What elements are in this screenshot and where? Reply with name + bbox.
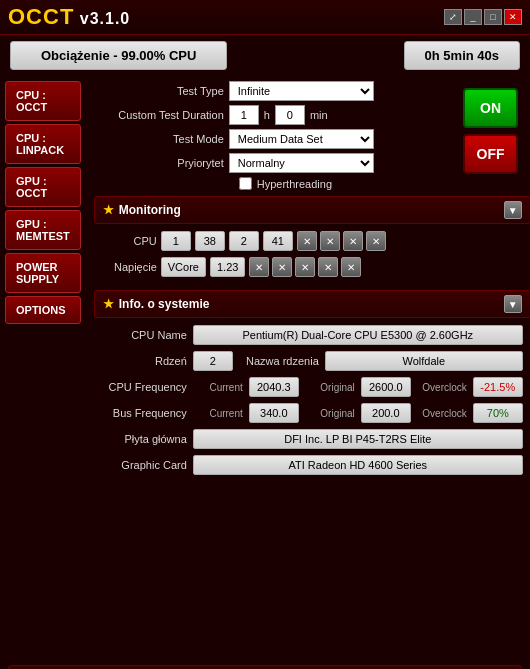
bus-freq-current-value: 340.0 xyxy=(249,403,299,423)
status-bar: Obciążenie - 99.00% CPU 0h 5min 40s xyxy=(0,35,530,76)
rdzen-value: 2 xyxy=(193,351,233,371)
cpu-load-display: Obciążenie - 99.00% CPU xyxy=(10,41,227,70)
custom-duration-label: Custom Test Duration xyxy=(94,109,224,121)
voltage-close-btn-4[interactable]: ✕ xyxy=(318,257,338,277)
sysinfo-chevron-icon[interactable]: ▼ xyxy=(504,295,522,313)
hyperthreading-label: Hyperthreading xyxy=(257,178,332,190)
maximize-btn[interactable]: □ xyxy=(484,9,502,25)
sysinfo-star-icon: ★ xyxy=(103,297,114,311)
bus-freq-row: Bus Frequency Current 340.0 Original 200… xyxy=(94,400,530,426)
logo-version: v3.1.0 xyxy=(74,10,130,27)
vcore-label: VCore xyxy=(161,257,206,277)
off-button[interactable]: OFF xyxy=(463,134,518,174)
duration-hours-input[interactable] xyxy=(229,105,259,125)
sysinfo-content: CPU Name Pentium(R) Dual-Core CPU E5300 … xyxy=(94,318,530,482)
monitoring-chevron-icon[interactable]: ▼ xyxy=(504,201,522,219)
test-type-select[interactable]: Infinite xyxy=(229,81,374,101)
app-logo: OCCT v3.1.0 xyxy=(8,4,130,30)
bus-freq-overclock-value: 70% xyxy=(473,403,523,423)
graphic-card-row: Graphic Card ATI Radeon HD 4600 Series xyxy=(94,452,530,478)
sidebar-item-options[interactable]: OPTIONS xyxy=(5,296,81,324)
sidebar-item-power-supply[interactable]: POWER SUPPLY xyxy=(5,253,81,293)
elapsed-time-display: 0h 5min 40s xyxy=(404,41,520,70)
cpu-close-btn-4[interactable]: ✕ xyxy=(366,231,386,251)
voltage-monitor-row: Napięcie VCore 1.23 ✕ ✕ ✕ ✕ ✕ xyxy=(94,254,530,280)
cpu-name-row: CPU Name Pentium(R) Dual-Core CPU E5300 … xyxy=(94,322,530,348)
sidebar-item-gpu-occt[interactable]: GPU : OCCT xyxy=(5,167,81,207)
cpu-name-label: CPU Name xyxy=(102,329,187,341)
priority-select[interactable]: Normalny xyxy=(229,153,374,173)
sysinfo-header-left: ★ Info. o systemie xyxy=(103,297,210,311)
monitoring-content: CPU 1 38 2 41 ✕ ✕ ✕ ✕ Nap xyxy=(94,224,530,284)
rdzen-nazwa-label: Nazwa rdzenia xyxy=(239,355,319,367)
cpu-freq-overclock-label: Overclock xyxy=(417,382,467,393)
voltage-close-btn-5[interactable]: ✕ xyxy=(341,257,361,277)
minimize-btn[interactable]: _ xyxy=(464,9,482,25)
motherboard-label: Płyta główna xyxy=(102,433,187,445)
cpu-core1-label: 1 xyxy=(161,231,191,251)
close-btn[interactable]: ✕ xyxy=(504,9,522,25)
cpu-freq-overclock-value: -21.5% xyxy=(473,377,523,397)
hyperthreading-row: Hyperthreading xyxy=(239,177,530,190)
sidebar-item-cpu-linpack[interactable]: CPU : LINPACK xyxy=(5,124,81,164)
cpu-core2-label: 2 xyxy=(229,231,259,251)
toggle-buttons: ON OFF xyxy=(463,88,518,174)
monitoring-section: ★ Monitoring ▼ CPU 1 38 2 41 ✕ xyxy=(94,196,530,284)
hyperthreading-checkbox[interactable] xyxy=(239,177,252,190)
voltage-x-buttons: ✕ ✕ ✕ ✕ ✕ xyxy=(249,257,361,277)
duration-minutes-input[interactable] xyxy=(275,105,305,125)
motherboard-value: DFI Inc. LP BI P45-T2RS Elite xyxy=(193,429,523,449)
monitoring-header[interactable]: ★ Monitoring ▼ xyxy=(94,196,530,224)
cpu-freq-original-value: 2600.0 xyxy=(361,377,411,397)
cpu-freq-current-value: 2040.3 xyxy=(249,377,299,397)
voltage-close-btn-2[interactable]: ✕ xyxy=(272,257,292,277)
bus-freq-label: Bus Frequency xyxy=(102,407,187,419)
system-info-section: ★ Info. o systemie ▼ CPU Name Pentium(R)… xyxy=(94,290,530,660)
cpu-monitor-row: CPU 1 38 2 41 ✕ ✕ ✕ ✕ xyxy=(94,228,530,254)
sysinfo-header[interactable]: ★ Info. o systemie ▼ xyxy=(94,290,530,318)
bus-freq-original-label: Original xyxy=(305,408,355,419)
help-section[interactable]: ★ Help ▶ xyxy=(8,665,522,669)
graphic-card-value: ATI Radeon HD 4600 Series xyxy=(193,455,523,475)
bus-freq-original-value: 200.0 xyxy=(361,403,411,423)
voltage-close-btn-1[interactable]: ✕ xyxy=(249,257,269,277)
cpu-freq-current-label: Current xyxy=(193,382,243,393)
resize-btn[interactable]: ⤢ xyxy=(444,9,462,25)
cpu-close-btn-1[interactable]: ✕ xyxy=(297,231,317,251)
main-content: CPU : OCCT CPU : LINPACK GPU : OCCT GPU … xyxy=(0,76,530,665)
minutes-unit-label: min xyxy=(310,109,328,121)
graphic-card-label: Graphic Card xyxy=(102,459,187,471)
monitoring-title: Monitoring xyxy=(119,203,181,217)
title-bar: OCCT v3.1.0 ⤢ _ □ ✕ xyxy=(0,0,530,35)
core-info-row: Rdzeń 2 Nazwa rdzenia Wolfdale xyxy=(94,348,530,374)
voltage-monitor-label: Napięcie xyxy=(102,261,157,273)
rdzen-label: Rdzeń xyxy=(102,355,187,367)
sidebar-item-cpu-occt[interactable]: CPU : OCCT xyxy=(5,81,81,121)
cpu-close-btn-3[interactable]: ✕ xyxy=(343,231,363,251)
test-mode-select[interactable]: Medium Data Set xyxy=(229,129,374,149)
cpu-core2-value: 41 xyxy=(263,231,293,251)
hours-unit-label: h xyxy=(264,109,270,121)
cpu-monitor-label: CPU xyxy=(102,235,157,247)
cpu-close-btn-2[interactable]: ✕ xyxy=(320,231,340,251)
cpu-freq-row: CPU Frequency Current 2040.3 Original 26… xyxy=(94,374,530,400)
sysinfo-title: Info. o systemie xyxy=(119,297,210,311)
rdzen-nazwa-value: Wolfdale xyxy=(325,351,523,371)
priority-label: Pryiorytet xyxy=(94,157,224,169)
cpu-name-value: Pentium(R) Dual-Core CPU E5300 @ 2.60GHz xyxy=(193,325,523,345)
cpu-x-buttons: ✕ ✕ ✕ ✕ xyxy=(297,231,386,251)
monitoring-header-left: ★ Monitoring xyxy=(103,203,181,217)
voltage-close-btn-3[interactable]: ✕ xyxy=(295,257,315,277)
vcore-value: 1.23 xyxy=(210,257,245,277)
sidebar-item-gpu-memtest[interactable]: GPU : MEMTEST xyxy=(5,210,81,250)
on-button[interactable]: ON xyxy=(463,88,518,128)
sidebar: CPU : OCCT CPU : LINPACK GPU : OCCT GPU … xyxy=(0,76,86,665)
motherboard-row: Płyta główna DFI Inc. LP BI P45-T2RS Eli… xyxy=(94,426,530,452)
window-controls: ⤢ _ □ ✕ xyxy=(444,9,522,25)
cpu-freq-original-label: Original xyxy=(305,382,355,393)
test-type-label: Test Type xyxy=(94,85,224,97)
cpu-freq-label: CPU Frequency xyxy=(102,381,187,393)
bus-freq-overclock-label: Overclock xyxy=(417,408,467,419)
logo-occt: OCCT xyxy=(8,4,74,29)
bus-freq-current-label: Current xyxy=(193,408,243,419)
